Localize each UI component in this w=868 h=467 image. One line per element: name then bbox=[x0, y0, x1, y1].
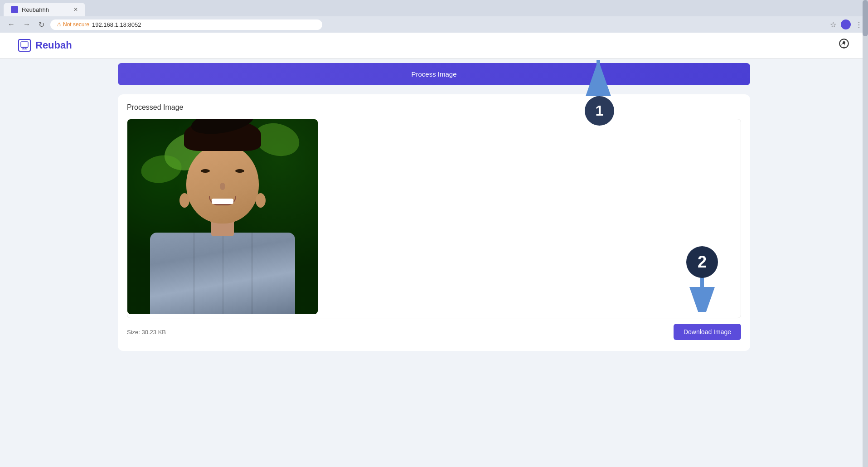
left-ear bbox=[179, 193, 189, 208]
back-button[interactable]: ← bbox=[5, 19, 17, 29]
processed-section: Processed Image 1 bbox=[118, 94, 750, 351]
badge-number-1: 1 bbox=[585, 96, 614, 126]
browser-right-icons: ☆ ⋮ bbox=[830, 19, 863, 29]
github-svg bbox=[838, 38, 850, 50]
processed-image bbox=[127, 119, 318, 314]
file-size-label: Size: 30.23 KB bbox=[127, 329, 166, 336]
app-logo: Reubah bbox=[18, 39, 72, 52]
svg-point-6 bbox=[843, 41, 845, 44]
tab-favicon bbox=[11, 6, 18, 13]
process-image-button[interactable]: Process Image bbox=[118, 63, 750, 85]
address-text: 192.168.1.18:8052 bbox=[92, 21, 141, 28]
github-icon[interactable] bbox=[838, 38, 850, 53]
page-content: Reubah Process Image Processed Image bbox=[0, 33, 868, 467]
download-image-button[interactable]: Download Image bbox=[674, 324, 741, 340]
scrollbar-thumb[interactable] bbox=[863, 0, 868, 36]
image-footer: Size: 30.23 KB Download Image bbox=[127, 318, 741, 342]
logo-icon bbox=[18, 39, 31, 52]
photo-background bbox=[127, 119, 318, 314]
annotation-badge-1: 1 bbox=[585, 96, 614, 126]
right-eye bbox=[235, 169, 244, 173]
forward-button[interactable]: → bbox=[21, 19, 33, 29]
person-shirt bbox=[150, 233, 295, 314]
badge-number-2: 2 bbox=[686, 246, 718, 278]
tab-close-button[interactable]: ✕ bbox=[73, 6, 78, 13]
shirt-stripe-3 bbox=[252, 233, 252, 314]
profile-icon[interactable] bbox=[841, 19, 851, 29]
image-display-area: 2 bbox=[127, 119, 741, 318]
image-right-area: 2 bbox=[318, 119, 741, 314]
nose bbox=[220, 183, 225, 190]
bookmark-icon[interactable]: ☆ bbox=[830, 20, 836, 29]
processed-section-title: Processed Image bbox=[127, 103, 741, 112]
browser-tab-active[interactable]: Reubahhh ✕ bbox=[4, 3, 85, 16]
person-face bbox=[186, 144, 259, 224]
teeth bbox=[212, 199, 233, 204]
browser-addressbar: ← → ↻ ⚠ Not secure 192.168.1.18:8052 ☆ ⋮ bbox=[0, 16, 868, 33]
reload-button[interactable]: ↻ bbox=[36, 19, 47, 30]
address-bar[interactable]: ⚠ Not secure 192.168.1.18:8052 bbox=[50, 19, 322, 30]
right-ear bbox=[256, 193, 266, 208]
shirt-stripe-1 bbox=[194, 233, 194, 314]
shirt-stripe-2 bbox=[223, 233, 223, 314]
menu-icon[interactable]: ⋮ bbox=[855, 20, 863, 29]
app-name: Reubah bbox=[35, 39, 72, 51]
warning-icon: ⚠ bbox=[57, 21, 62, 28]
main-area: Process Image Processed Image bbox=[0, 58, 868, 351]
scrollbar[interactable] bbox=[863, 0, 868, 467]
annotation-badge-2-container: 2 bbox=[686, 246, 718, 278]
svg-rect-0 bbox=[21, 42, 28, 47]
logo-svg bbox=[20, 41, 29, 49]
app-header: Reubah bbox=[0, 33, 868, 58]
browser-chrome: Reubahhh ✕ ← → ↻ ⚠ Not secure 192.168.1.… bbox=[0, 0, 868, 33]
tab-title: Reubahhh bbox=[22, 6, 49, 13]
left-eye bbox=[201, 169, 210, 173]
browser-tabs: Reubahhh ✕ bbox=[0, 0, 868, 16]
security-indicator: ⚠ Not secure bbox=[57, 21, 89, 28]
annotation-arrow-2 bbox=[689, 276, 716, 312]
